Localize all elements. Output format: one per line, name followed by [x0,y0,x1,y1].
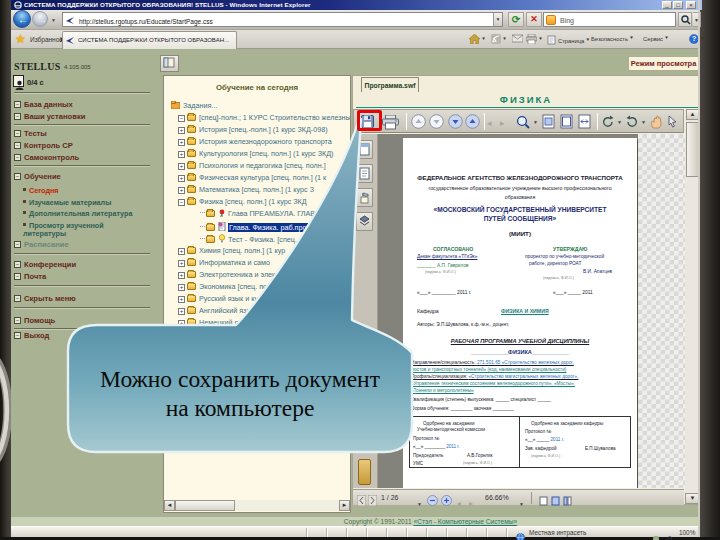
tree-row[interactable]: Задания... [171,101,217,110]
sidebar-item-15[interactable]: −Почта [14,273,46,281]
mail-icon[interactable] [512,34,523,43]
nav-dropdown-icon[interactable]: ▼ [51,17,56,23]
command-item-safety[interactable]: Безопасность ▼ [591,35,634,42]
tree-row[interactable]: Глава ПРЕАМБУЛА. ГЛАВА 1 (Г [200,209,334,218]
tree-row[interactable]: +Физическая культура [спец. полн.] (1 к [178,173,326,182]
nav-next-icon[interactable] [448,112,464,132]
stop-button[interactable]: ✕ [526,12,542,27]
tree-expander-icon[interactable]: + [178,127,185,134]
tree-expander-icon[interactable]: + [178,320,185,327]
tree-expander-icon[interactable]: + [178,296,185,303]
zoom-icon[interactable] [667,529,674,540]
minimize-button[interactable]: _ [662,1,672,9]
sidebar-item-17[interactable]: −Скрыть меню [14,295,76,303]
tree-row[interactable]: Тест - Физика. [спец. пол [200,234,311,244]
facing-icon[interactable] [563,492,573,504]
tree-expander-icon[interactable]: + [178,248,185,255]
copyright-link[interactable]: «Стэл - Компьютерные Системы» [413,518,517,525]
tree-row[interactable]: +Химия [спец. полн.] (1 кур [178,246,285,255]
zoom-in-icon[interactable] [441,492,453,504]
zoom-out-icon[interactable] [427,492,439,504]
hand-tool-icon[interactable] [650,112,666,132]
tree-expander-icon[interactable]: + [178,260,185,267]
single-page-icon[interactable] [539,492,549,504]
refresh-button[interactable]: ⟳ [508,12,524,27]
tree-row[interactable]: +Электротехника и элект [178,270,279,279]
print-icon[interactable] [382,112,402,132]
tree-expander-icon[interactable]: + [178,308,185,315]
continuous-icon[interactable] [551,492,561,504]
view-next-icon[interactable]: ▸ [469,492,479,504]
tree-expander-icon[interactable]: + [178,284,185,291]
sidebar-subitem[interactable]: Сегодня [23,187,136,195]
tree-expander-icon[interactable]: + [178,272,185,279]
sidebar-item-14[interactable]: −Конференции [14,261,76,269]
address-bar[interactable]: http://stellus.rgotups.ru/Educate/StartP… [62,12,503,27]
tree-row[interactable]: −Физика [спец. полн.] (1 курс ЗКД [178,197,307,206]
home-icon[interactable]: ▼ [469,34,486,44]
actual-size-icon[interactable] [542,112,558,132]
hide-menu-button[interactable] [160,55,179,72]
zoom-tool-icon[interactable]: ▼ [516,112,538,132]
search-button[interactable] [678,12,692,27]
tree-expander-icon[interactable]: + [178,187,185,194]
select-tool-icon[interactable] [667,112,681,132]
tree-row[interactable]: −[спец]-полн.; 1 КУРС Строительство желе… [178,113,351,122]
zoom-dropdown-icon[interactable]: ▼ [519,492,527,504]
tree-expander-icon[interactable]: + [178,163,185,170]
tree-horizontal-scrollbar[interactable]: ◄ ► [164,500,350,511]
sidebar-subitem[interactable]: Просмотр изученной литературы [23,222,136,239]
sidebar-subitem[interactable]: Дополнительная литература [23,210,136,218]
sidebar-item-7[interactable]: −Обучение [14,173,61,181]
tree-row-selected[interactable]: Глава. Физика. раб.прогр. [200,222,316,232]
tree-row[interactable]: +Русский язык и культ [178,294,269,303]
history-fwd-icon[interactable]: ▸ [500,112,510,132]
history-back-icon[interactable]: ◂ [487,112,497,132]
sidebar-item-19[interactable]: −Помощь [14,317,55,325]
view-prev-icon[interactable]: ◂ [457,492,467,504]
command-item-page[interactable]: Страница ▼ [547,35,590,45]
signature-tab-icon[interactable] [358,459,371,485]
command-item-tools[interactable]: Сервис ▼ [643,35,669,42]
rotate-left-icon[interactable]: ▼ [601,112,622,132]
tree-row[interactable]: +История железнодорожного транспорта [178,137,332,146]
next-page-icon[interactable] [368,492,378,504]
pages-panel-icon[interactable] [356,140,373,159]
sidebar-subitem[interactable]: Изучаемые материалы [23,199,136,207]
tree-row[interactable]: +Культурология [спец. полн.] (1 курс ЗКД… [178,149,334,158]
fit-page-icon[interactable] [560,112,576,132]
comments-panel-icon[interactable] [356,188,373,207]
maximize-button[interactable]: □ [673,1,683,9]
tree-expander-icon[interactable]: + [178,139,185,146]
tree-expander-icon[interactable]: − [178,115,185,122]
tree-row[interactable]: +Психология и педагогика [спец. полн.] [178,161,326,170]
print-icon[interactable]: ▼ [526,34,543,44]
sidebar-item-0[interactable]: −База данных [14,101,73,109]
document-tab[interactable]: Программа.swf [361,77,419,92]
sidebar-item-12[interactable]: −Расписание [14,241,69,249]
scrollbar-thumb[interactable] [175,500,235,511]
tree-row[interactable]: +Информатика и само [178,258,270,267]
address-dropdown[interactable]: ▼ [493,13,502,26]
layers-panel-icon[interactable] [356,212,373,231]
tree-row[interactable]: +Математика [спец. полн.] (1 курс З [178,185,314,194]
tree-row[interactable]: +Английский язык [сп [178,306,266,315]
sidebar-item-21[interactable]: −Выход [14,332,49,340]
nav-prev-icon[interactable] [429,112,445,132]
tree-row[interactable]: +Экономика [спец. пол [178,282,271,291]
nav-last-icon[interactable] [465,112,481,132]
fit-width-icon[interactable] [578,112,594,132]
search-box[interactable]: Bing [543,12,676,27]
tree-expander-icon[interactable]: + [178,175,185,182]
sidebar-item-5[interactable]: −Самоконтроль [14,154,79,162]
nav-first-icon[interactable] [411,112,427,132]
bookmarks-panel-icon[interactable] [356,164,373,183]
rss-icon[interactable]: ▼ [491,34,507,44]
tree-expander-icon[interactable]: + [178,151,185,158]
scroll-right-icon[interactable]: ► [339,500,350,511]
zoom-dropdown-icon[interactable]: ▼ [701,530,706,536]
tree-expander-icon[interactable]: − [178,199,185,206]
sidebar-item-1[interactable]: −Ваши установки [14,113,85,121]
close-button[interactable]: × [686,1,696,9]
tree-row[interactable]: +Немецкий язык [сп [178,318,261,327]
